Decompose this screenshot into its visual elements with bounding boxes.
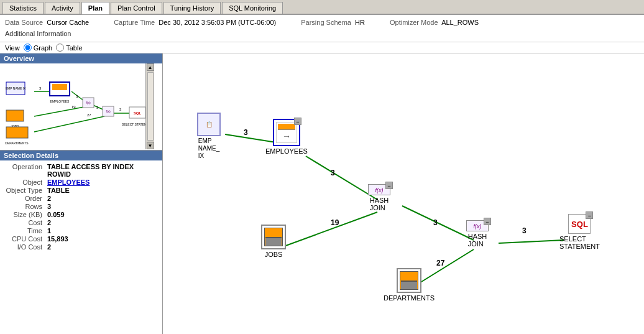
hashjoin1-label: HASHJOIN [370,197,389,211]
overview-header: Overview [0,53,162,63]
hashjoin2-label: HASHJOIN [468,233,487,248]
selectstatement-label: SELECTSTATEMENT [559,235,600,250]
svg-text:f(x): f(x) [86,101,91,104]
node-departments[interactable]: DEPARTMENTS [384,268,435,302]
detail-objecttype: Object Type TABLE [4,187,159,194]
view-label: View [5,44,20,52]
node-selectstatement[interactable]: − SQL SELECTSTATEMENT [559,214,600,250]
jobs-label: JOBS [265,251,283,258]
tab-sql-monitoring[interactable]: SQL Monitoring [222,2,283,14]
svg-text:19: 19 [71,105,76,109]
detail-size: Size (KB) 0.059 [4,211,159,218]
edge-label-emp-employees: 3 [244,128,248,137]
node-employees[interactable]: → − EMPLOYEES [265,119,308,155]
main-content: Overview EMP NAME IX [0,53,644,334]
svg-text:3: 3 [39,86,42,90]
detail-object: Object EMPLOYEES [4,179,159,186]
detail-cpucost: CPU Cost 15,893 [4,235,159,243]
capturetime-info: Capture Time Dec 30, 2012 3:56:03 PM (UT… [114,17,276,29]
table-radio-label[interactable]: Table [56,44,82,52]
node-hashjoin1[interactable]: f(x) − HASHJOIN [368,184,390,211]
detail-time: Time 1 [4,227,159,234]
left-panel: Overview EMP NAME IX [0,53,163,334]
edge-label-employees-hj1: 3 [331,169,335,177]
node-empnameix[interactable]: 📋 EMPNAME_IX [197,113,221,160]
svg-rect-17 [6,127,28,138]
node-hashjoin2[interactable]: f(x) − HASHJOIN [466,220,489,248]
svg-line-4 [34,116,104,132]
selection-details-content: Operation TABLE ACCESS BY INDEX ROWID Ob… [0,160,162,334]
graph-area: 📋 EMPNAME_IX 3 → − EMPLOYEES 3 [163,53,644,334]
edge-label-hj2-select: 3 [522,226,527,235]
tab-activity[interactable]: Activity [45,2,80,14]
svg-text:EMP NAME IX: EMP NAME IX [6,86,26,90]
empnameix-icon: 📋 [206,121,213,128]
svg-rect-9 [52,84,67,90]
detail-operation: Operation TABLE ACCESS BY INDEX ROWID [4,163,159,178]
svg-text:EMPLOYEES: EMPLOYEES [50,100,70,103]
detail-order: Order 2 [4,195,159,202]
departments-label: DEPARTMENTS [384,294,435,302]
graph-radio[interactable] [24,44,32,52]
tab-statistics[interactable]: Statistics [2,2,44,14]
tab-tuning-history[interactable]: Tuning History [163,2,221,14]
scroll-track [147,72,154,141]
optimizer-info: Optimizer Mode ALL_ROWS [390,17,479,29]
overview-scrollbar: ▲ ▼ [145,63,154,149]
edge-label-dept-hj2: 27 [436,259,444,267]
tab-plan-control[interactable]: Plan Control [111,2,162,14]
detail-iocost: I/O Cost 2 [4,243,159,251]
scroll-up-btn[interactable]: ▲ [147,63,154,71]
info-bar: Data Source Cursor Cache Capture Time De… [0,15,644,42]
svg-text:f(x): f(x) [106,109,111,113]
svg-line-31 [402,206,474,240]
svg-line-33 [499,240,564,243]
node-jobs[interactable]: JOBS [261,225,286,258]
svg-line-2 [34,107,84,116]
table-radio[interactable] [56,44,64,52]
scroll-down-btn[interactable]: ▼ [147,142,154,149]
svg-line-29 [306,156,377,200]
svg-text:SQL: SQL [134,111,142,115]
empnameix-label: EMPNAME_IX [198,137,219,160]
svg-rect-13 [6,110,24,121]
svg-line-30 [284,212,377,246]
selection-details-header: Selection Details [0,151,162,160]
sql-icon: SQL [571,220,588,229]
employees-label: EMPLOYEES [265,147,308,155]
schema-info: Parsing Schema HR [301,17,365,29]
svg-text:27: 27 [87,113,91,117]
svg-text:DEPARTMENTS: DEPARTMENTS [5,141,29,145]
tab-bar: Statistics Activity Plan Plan Control Tu… [0,0,644,15]
edge-label-hj1-hj2: 3 [433,218,438,227]
edge-label-jobs-hj1: 19 [331,218,339,227]
additional-info-label: Additional Information [5,30,71,37]
svg-text:3: 3 [119,108,122,111]
graph-radio-label[interactable]: Graph [24,44,53,52]
detail-rows: Rows 3 [4,203,159,210]
overview-svg: EMP NAME IX EMPLOYEES f(x) JOBS f(x) [0,63,154,149]
datasource-info: Data Source Cursor Cache [5,17,89,29]
detail-cost: Cost 2 [4,219,159,226]
view-bar: View Graph Table [0,42,644,53]
overview-canvas: EMP NAME IX EMPLOYEES f(x) JOBS f(x) [0,63,162,151]
tab-plan[interactable]: Plan [81,2,109,14]
